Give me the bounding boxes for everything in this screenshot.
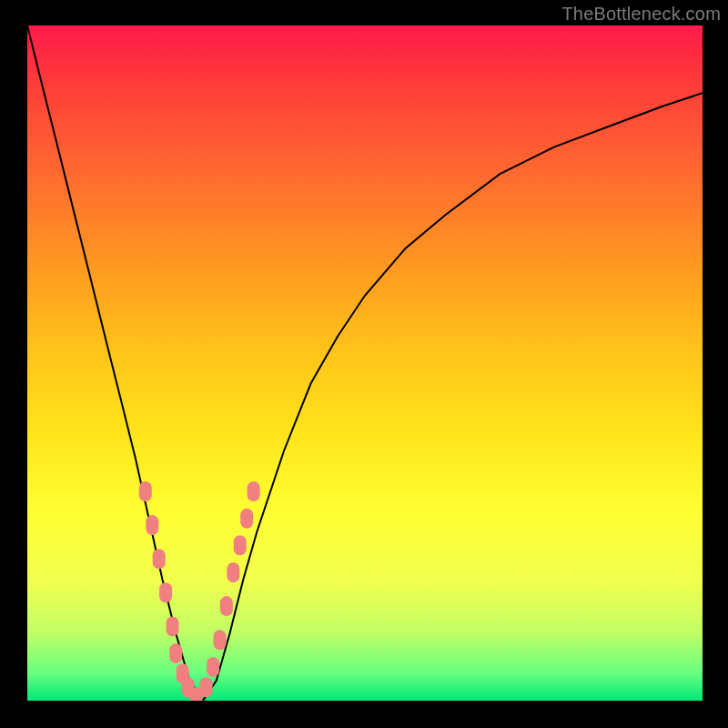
marker-point xyxy=(167,616,179,636)
watermark-text: TheBottleneck.com xyxy=(561,4,721,25)
marker-point xyxy=(169,643,182,663)
marker-point xyxy=(248,481,260,501)
marker-point xyxy=(234,535,247,555)
marker-point xyxy=(220,596,233,616)
bottleneck-curve xyxy=(27,25,703,701)
marker-point xyxy=(159,582,172,602)
marker-point xyxy=(240,509,253,529)
marker-point xyxy=(227,562,239,582)
marker-point xyxy=(214,630,227,650)
marker-group xyxy=(139,481,260,701)
marker-point xyxy=(200,677,213,697)
marker-point xyxy=(146,515,158,535)
chart-area xyxy=(27,25,703,701)
bottleneck-plot xyxy=(27,25,703,701)
marker-point xyxy=(207,657,219,677)
marker-point xyxy=(139,481,152,501)
marker-point xyxy=(153,549,166,569)
